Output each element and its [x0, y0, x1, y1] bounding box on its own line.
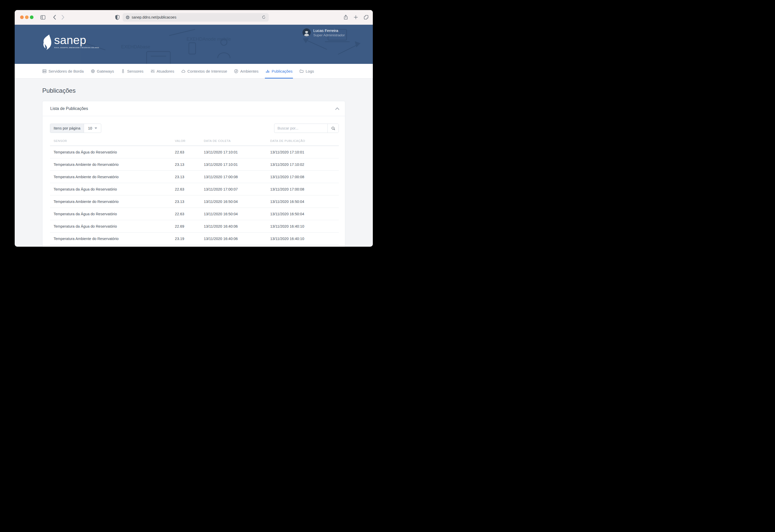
table-row: Temperatura da Água do Reservatório22.69… [50, 220, 339, 233]
items-per-page-select[interactable]: 10 [84, 124, 101, 133]
tab-logs[interactable]: Logs [299, 64, 314, 78]
table-controls: Itens por página 10 [50, 124, 339, 133]
shield-icon[interactable] [115, 15, 119, 20]
page-title: Publicações [42, 87, 345, 94]
column-header-data-coleta: DATA DE COLETA [200, 139, 267, 142]
cell-publicacao: 13/11/2020 17:00:08 [267, 187, 339, 191]
logo-wordmark: sanep [54, 35, 99, 46]
publications-table: SENSOR VALOR DATA DE COLETA DATA DE PUBL… [50, 139, 339, 245]
cpu-icon [91, 69, 95, 73]
table-row: Temperatura Ambiente do Reservatório23.1… [50, 195, 339, 208]
card-header: Lista de Publicações [42, 101, 345, 116]
table-header-row: SENSOR VALOR DATA DE COLETA DATA DE PUBL… [50, 139, 339, 146]
tab-label: Contextos de Interesse [187, 69, 227, 73]
server-icon [42, 69, 47, 73]
sliders-icon [150, 69, 155, 73]
search-group [274, 124, 339, 133]
globe-icon [126, 15, 130, 19]
card-body: Itens por página 10 [42, 116, 345, 247]
cell-sensor: Temperatura da Água do Reservatório [50, 212, 171, 216]
tab-gateways[interactable]: Gateways [91, 64, 114, 78]
cell-sensor: Temperatura Ambiente do Reservatório [50, 237, 171, 241]
user-name: Lucas Ferreira [313, 28, 345, 33]
publications-card: Lista de Publicações Itens por página 10 [42, 101, 345, 247]
tab-ambientes[interactable]: Ambientes [234, 64, 258, 78]
table-row: Temperatura Ambiente do Reservatório23.1… [50, 171, 339, 183]
browser-toolbar: sanep.ddns.net/publicacoes [15, 10, 373, 25]
column-header-sensor: SENSOR [50, 139, 171, 142]
forward-icon[interactable] [61, 15, 65, 20]
zoom-window-button[interactable] [30, 15, 33, 19]
bar-chart-icon [265, 69, 270, 73]
address-bar[interactable]: sanep.ddns.net/publicacoes [123, 13, 269, 22]
tab-label: Sensores [127, 69, 143, 73]
cell-publicacao: 13/11/2020 16:40:10 [267, 237, 339, 241]
cell-sensor: Temperatura Ambiente do Reservatório [50, 175, 171, 179]
cell-coleta: 13/11/2020 16:50:04 [200, 200, 267, 204]
items-per-page-label: Itens por página [50, 124, 84, 133]
app-header: EXEHDAbase EXEHDAnode mobile sanep ÁGUA,… [15, 25, 373, 64]
folder-icon [299, 69, 304, 73]
cell-coleta: 13/11/2020 17:00:08 [200, 175, 267, 179]
cell-valor: 22.63 [171, 150, 200, 154]
items-per-page-value: 10 [88, 126, 92, 130]
watermark-label-base: EXEHDAbase [121, 44, 150, 49]
compass-icon [234, 69, 238, 73]
tab-label: Gateways [97, 69, 114, 73]
sidebar-toggle-icon[interactable] [40, 15, 46, 20]
table-row: Temperatura Ambiente do Reservatório23.1… [50, 158, 339, 171]
tab-sensores[interactable]: Sensores [121, 64, 143, 78]
cell-publicacao: 13/11/2020 16:50:04 [267, 200, 339, 204]
tab-servidores-de-borda[interactable]: Servidores de Borda [42, 64, 84, 78]
url-text[interactable]: sanep.ddns.net/publicacoes [132, 15, 262, 19]
tab-label: Ambientes [240, 69, 258, 73]
table-row: Temperatura da Água do Reservatório22.63… [50, 146, 339, 158]
cell-publicacao: 13/11/2020 17:10:02 [267, 162, 339, 167]
chevron-down-icon [95, 127, 97, 129]
cell-publicacao: 13/11/2020 16:40:10 [267, 224, 339, 228]
collapse-card-button[interactable] [335, 107, 339, 110]
page-content: Publicações Lista de Publicações Itens p… [15, 79, 373, 247]
share-icon[interactable] [343, 14, 348, 20]
main-nav: Servidores de Borda Gateways Sensores At… [15, 64, 373, 79]
cell-valor: 22.69 [171, 224, 200, 228]
cell-coleta: 13/11/2020 16:40:06 [200, 237, 267, 241]
back-icon[interactable] [53, 15, 56, 20]
search-input[interactable] [274, 124, 327, 133]
tab-label: Atuadores [157, 69, 174, 73]
cell-sensor: Temperatura da Água do Reservatório [50, 150, 171, 154]
thermometer-icon [121, 69, 125, 73]
avatar [302, 28, 311, 37]
tab-atuadores[interactable]: Atuadores [150, 64, 174, 78]
table-body: Temperatura da Água do Reservatório22.63… [50, 146, 339, 245]
watermark-label-node: EXEHDAnode mobile [186, 37, 231, 42]
logo-tagline: ÁGUA, ESGOTO, DRENAGEM E RESÍDUOS SÓLIDO… [54, 47, 99, 48]
cell-sensor: Temperatura da Água do Reservatório [50, 187, 171, 191]
user-menu[interactable]: Lucas Ferreira Super Administrador [302, 28, 345, 37]
cell-valor: 23.13 [171, 200, 200, 204]
user-role: Super Administrador [313, 33, 345, 37]
cell-valor: 22.63 [171, 212, 200, 216]
cell-valor: 22.63 [171, 187, 200, 191]
tab-label: Servidores de Borda [48, 69, 84, 73]
reload-icon[interactable] [262, 15, 266, 19]
table-row: Temperatura Ambiente do Reservatório23.1… [50, 233, 339, 245]
close-window-button[interactable] [20, 15, 24, 19]
traffic-lights [20, 15, 33, 19]
cell-sensor: Temperatura Ambiente do Reservatório [50, 200, 171, 204]
column-header-data-publicacao: DATA DE PUBLICAÇÃO [267, 139, 339, 142]
search-button[interactable] [327, 124, 338, 133]
cell-sensor: Temperatura Ambiente do Reservatório [50, 162, 171, 167]
new-tab-icon[interactable] [353, 15, 358, 20]
browser-window: sanep.ddns.net/publicacoes [15, 10, 373, 247]
sanep-logo: sanep ÁGUA, ESGOTO, DRENAGEM E RESÍDUOS … [42, 35, 99, 50]
tab-label: Publicações [271, 69, 292, 73]
cell-coleta: 13/11/2020 17:00:07 [200, 187, 267, 191]
tab-overview-icon[interactable] [363, 15, 369, 20]
minimize-window-button[interactable] [25, 15, 29, 19]
cell-valor: 23.13 [171, 175, 200, 179]
tab-publicacoes[interactable]: Publicações [265, 64, 292, 78]
cell-coleta: 13/11/2020 16:50:04 [200, 212, 267, 216]
cell-coleta: 13/11/2020 16:40:06 [200, 224, 267, 228]
tab-contextos-de-interesse[interactable]: Contextos de Interesse [181, 64, 227, 78]
